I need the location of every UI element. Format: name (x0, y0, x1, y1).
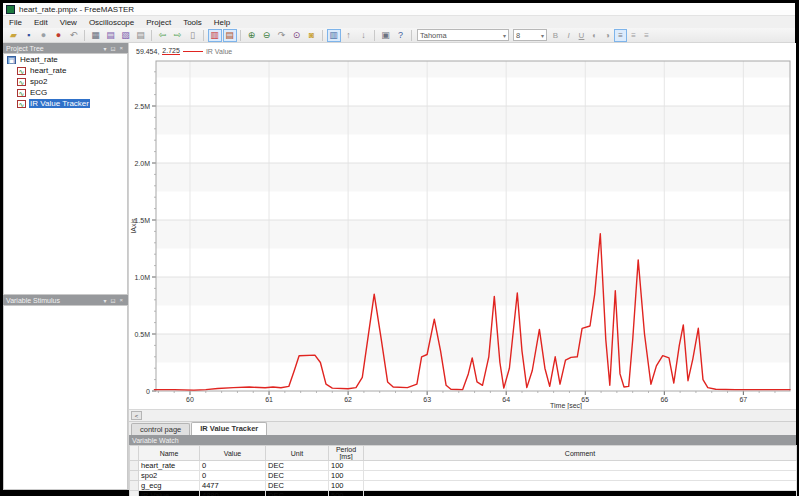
table-row[interactable]: IR Value4880DEC500 (130, 491, 797, 496)
connect-icon[interactable]: ● (37, 29, 51, 42)
watch-cell[interactable] (364, 491, 797, 496)
undo-icon[interactable]: ↶ (67, 29, 81, 42)
watch-cell[interactable]: 100 (329, 471, 364, 481)
watch-cell[interactable] (364, 471, 797, 481)
align-right-icon[interactable]: ≡ (640, 29, 653, 42)
column-header-comment[interactable]: Comment (364, 446, 797, 461)
menu-view[interactable]: View (54, 18, 83, 27)
toolbar-separator (84, 30, 85, 41)
watch-cell[interactable]: 100 (329, 461, 364, 471)
menu-edit[interactable]: Edit (28, 18, 54, 27)
watch-cell[interactable]: 0 (200, 471, 266, 481)
tab-control-page[interactable]: control page (131, 423, 190, 435)
watch-cell[interactable]: 4880 (200, 491, 266, 496)
row-selector-cell[interactable] (130, 481, 139, 491)
watch-cell[interactable]: DEC (266, 481, 329, 491)
tree-root-heart-rate[interactable]: ▣Heart_rate (4, 54, 127, 65)
back-icon[interactable]: ⇦ (156, 29, 170, 42)
tree-item-ecg[interactable]: ∿ECG (4, 87, 127, 98)
scroll-left-button[interactable]: < (131, 411, 142, 420)
row-selector-cell[interactable] (130, 471, 139, 481)
column-header-value[interactable]: Value (200, 446, 266, 461)
tree-item-spo2[interactable]: ∿spo2 (4, 76, 127, 87)
move-up-icon[interactable]: ↑ (342, 29, 356, 42)
highlight-color-icon[interactable]: ◑ (601, 29, 614, 42)
panel-close-icon[interactable]: × (117, 45, 125, 51)
watch-cell[interactable]: 500 (329, 491, 364, 496)
lock-icon[interactable]: ◙ (305, 29, 319, 42)
app-icon (6, 5, 15, 14)
watch-cell[interactable]: DEC (266, 471, 329, 481)
zoom-out-icon[interactable]: ⊖ (260, 29, 274, 42)
bold-button[interactable]: B (549, 29, 562, 42)
watch-cell[interactable] (364, 461, 797, 471)
svg-text:61: 61 (265, 396, 273, 403)
watch-cell[interactable]: g_ecg (139, 481, 200, 491)
zoom-in-icon[interactable]: ⊕ (245, 29, 259, 42)
watch-cell[interactable]: spo2 (139, 471, 200, 481)
align-left-icon[interactable]: ≡ (614, 29, 627, 42)
tab-ir-value-tracker[interactable]: IR Value Tracker (191, 422, 267, 435)
row-selector-cell[interactable] (130, 461, 139, 471)
panel-close-icon[interactable]: × (117, 297, 125, 303)
tree-item-heart_rate[interactable]: ∿heart_rate (4, 65, 127, 76)
scope-scrollbar[interactable]: < (129, 409, 796, 421)
watch-cell[interactable]: DEC (266, 491, 329, 496)
menu-tools[interactable]: Tools (177, 18, 208, 27)
panel-pin-icon[interactable]: ⊡ (108, 45, 117, 52)
zoom-undo-icon[interactable]: ↷ (275, 29, 289, 42)
watch-cell[interactable]: 4477 (200, 481, 266, 491)
panel-menu-icon[interactable]: ▾ (101, 297, 108, 304)
watch-cell[interactable]: heart_rate (139, 461, 200, 471)
forward-icon[interactable]: ⇨ (171, 29, 185, 42)
menu-file[interactable]: File (3, 18, 28, 27)
underline-button[interactable]: U (575, 29, 588, 42)
new-page-icon[interactable]: ▯ (186, 29, 200, 42)
tree-item-label: ECG (29, 88, 48, 97)
options-grid-icon[interactable]: ▦ (89, 29, 103, 42)
tree-item-ir-value-tracker[interactable]: ∿IR Value Tracker (4, 98, 127, 109)
zoom-all-icon[interactable]: ⊙ (290, 29, 304, 42)
move-down-icon[interactable]: ↓ (357, 29, 371, 42)
menu-help[interactable]: Help (208, 18, 236, 27)
font-color-icon[interactable]: ◐ (588, 29, 601, 42)
open-project-icon[interactable]: ▰ (7, 29, 21, 42)
column-header-unit[interactable]: Unit (266, 446, 329, 461)
panel-pin-icon[interactable]: ⊡ (108, 297, 117, 304)
cursor-readout: 59.454, 2.725 IR Value (136, 47, 232, 55)
row-selector-cell[interactable] (130, 491, 139, 496)
print-icon[interactable]: ▤ (134, 29, 148, 42)
watch-cell[interactable]: IR Value (139, 491, 200, 496)
paste-commands-icon[interactable]: ▧ (119, 29, 133, 42)
menu-project[interactable]: Project (140, 18, 177, 27)
column-header-name[interactable]: Name (139, 446, 200, 461)
watch-cell[interactable]: DEC (266, 461, 329, 471)
y-axis-label: IAxis (130, 218, 137, 234)
project-tree-header: Project Tree ▾ ⊡ × (3, 43, 128, 53)
show-columns-icon[interactable]: ▥ (327, 29, 341, 42)
menu-oscilloscope[interactable]: Oscilloscope (83, 18, 140, 27)
watch-cell[interactable] (364, 481, 797, 491)
table-row[interactable]: heart_rate0DEC100 (130, 461, 797, 471)
scope-view-icon[interactable]: ▥ (208, 29, 222, 42)
oscilloscope-plot[interactable]: 606162636465666700.5M1.0M1.5M2.0M2.5MTim… (129, 43, 796, 409)
stop-communication-icon[interactable]: ● (52, 29, 66, 42)
table-row[interactable]: spo20DEC100 (130, 471, 797, 481)
text-view-icon[interactable]: ▤ (223, 29, 237, 42)
watch-cell[interactable]: 0 (200, 461, 266, 471)
font-size-select[interactable]: 8▾ (513, 29, 547, 41)
align-center-icon[interactable]: ≡ (627, 29, 640, 42)
paste-variables-icon[interactable]: ▤ (104, 29, 118, 42)
column-header-periodms[interactable]: Period [ms] (329, 446, 364, 461)
table-row[interactable]: g_ecg4477DEC100 (130, 481, 797, 491)
save-project-icon[interactable]: ▪ (22, 29, 36, 42)
svg-text:0: 0 (146, 388, 150, 395)
font-family-select[interactable]: Tahoma▾ (417, 29, 509, 41)
italic-button[interactable]: I (562, 29, 575, 42)
left-dock-column: Project Tree ▾ ⊡ × ▣Heart_rate∿heart_rat… (3, 43, 128, 490)
watch-cell[interactable]: 100 (329, 481, 364, 491)
panel-menu-icon[interactable]: ▾ (101, 45, 108, 52)
window-title: heart_rate.pmpx - FreeMASTER (19, 5, 134, 14)
properties-icon[interactable]: ▣ (379, 29, 393, 42)
context-help-icon[interactable]: ? (394, 29, 408, 42)
